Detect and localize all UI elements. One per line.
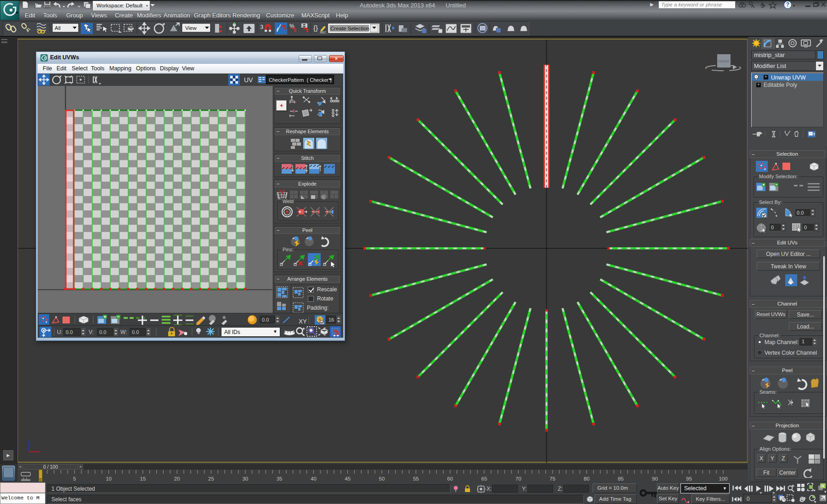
svg-text:85: 85 — [618, 476, 624, 481]
svg-text:100: 100 — [719, 476, 727, 481]
svg-text:0.0: 0.0 — [797, 210, 804, 215]
svg-text:ABC: ABC — [320, 31, 326, 34]
svg-text:70: 70 — [515, 476, 521, 481]
svg-text:View: View — [185, 25, 197, 31]
svg-text:V:: V: — [89, 329, 94, 335]
svg-text:UV: UV — [244, 76, 253, 84]
svg-text:55: 55 — [413, 476, 419, 481]
svg-text:0: 0 — [804, 225, 807, 230]
svg-text:20: 20 — [174, 476, 180, 481]
svg-text:3: 3 — [260, 23, 263, 30]
svg-text:90: 90 — [652, 476, 658, 481]
svg-text:75: 75 — [549, 476, 555, 481]
svg-text:15: 15 — [140, 476, 146, 481]
svg-text:5: 5 — [73, 476, 76, 481]
svg-text:80: 80 — [583, 476, 589, 481]
svg-text:W:: W: — [120, 329, 127, 335]
svg-text:60: 60 — [447, 476, 453, 481]
svg-text:65: 65 — [481, 476, 487, 481]
svg-text:{}: {} — [313, 24, 318, 32]
svg-text:30: 30 — [242, 476, 248, 481]
svg-text:35: 35 — [277, 476, 283, 481]
svg-text:0: 0 — [771, 225, 774, 230]
svg-text:All: All — [55, 25, 61, 31]
svg-text:95: 95 — [686, 476, 692, 481]
svg-text:40: 40 — [311, 476, 317, 481]
svg-text:50: 50 — [379, 476, 385, 481]
svg-text:45: 45 — [345, 476, 351, 481]
svg-text:U:: U: — [57, 329, 62, 335]
svg-text:XY: XY — [299, 318, 307, 325]
svg-text:10: 10 — [106, 476, 112, 481]
svg-text:25: 25 — [208, 476, 214, 481]
svg-text:FRONT: FRONT — [718, 60, 730, 63]
